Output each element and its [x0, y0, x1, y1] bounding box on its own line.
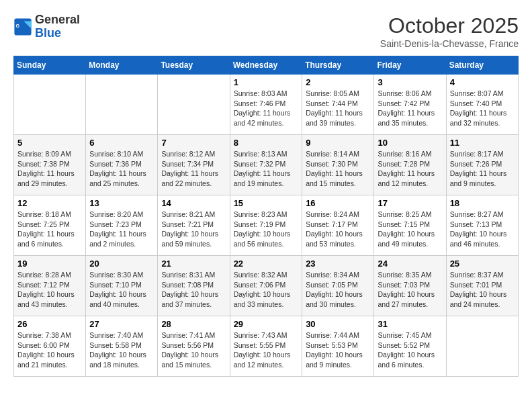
calendar-week-row: 12Sunrise: 8:18 AM Sunset: 7:25 PM Dayli…	[14, 195, 519, 256]
header-thursday: Thursday	[302, 56, 374, 75]
day-number: 3	[378, 77, 442, 87]
calendar-cell: 22Sunrise: 8:32 AM Sunset: 7:06 PM Dayli…	[230, 256, 302, 316]
calendar-cell: 20Sunrise: 8:30 AM Sunset: 7:10 PM Dayli…	[86, 256, 158, 316]
calendar-week-row: 26Sunrise: 7:38 AM Sunset: 6:00 PM Dayli…	[14, 316, 519, 377]
calendar-week-row: 19Sunrise: 8:28 AM Sunset: 7:12 PM Dayli…	[14, 256, 519, 316]
calendar-cell: 15Sunrise: 8:23 AM Sunset: 7:19 PM Dayli…	[230, 195, 302, 256]
day-number: 17	[378, 198, 442, 208]
calendar-cell: 3Sunrise: 8:06 AM Sunset: 7:42 PM Daylig…	[374, 75, 446, 135]
day-info: Sunrise: 8:24 AM Sunset: 7:17 PM Dayligh…	[306, 210, 370, 249]
calendar-cell: 6Sunrise: 8:10 AM Sunset: 7:36 PM Daylig…	[86, 135, 158, 195]
day-number: 26	[17, 319, 82, 329]
calendar-cell: 28Sunrise: 7:41 AM Sunset: 5:56 PM Dayli…	[158, 316, 230, 377]
day-info: Sunrise: 8:21 AM Sunset: 7:21 PM Dayligh…	[161, 210, 226, 249]
day-info: Sunrise: 7:40 AM Sunset: 5:58 PM Dayligh…	[89, 330, 154, 370]
day-info: Sunrise: 8:03 AM Sunset: 7:46 PM Dayligh…	[234, 89, 299, 128]
day-info: Sunrise: 8:23 AM Sunset: 7:19 PM Dayligh…	[234, 210, 299, 249]
day-info: Sunrise: 8:37 AM Sunset: 7:01 PM Dayligh…	[450, 270, 515, 310]
calendar-cell: 19Sunrise: 8:28 AM Sunset: 7:12 PM Dayli…	[14, 256, 86, 316]
calendar-cell: 8Sunrise: 8:13 AM Sunset: 7:32 PM Daylig…	[230, 135, 302, 195]
logo: G General Blue	[13, 13, 80, 40]
day-info: Sunrise: 8:27 AM Sunset: 7:13 PM Dayligh…	[450, 210, 515, 249]
calendar-cell: 17Sunrise: 8:25 AM Sunset: 7:15 PM Dayli…	[374, 195, 446, 256]
day-info: Sunrise: 8:12 AM Sunset: 7:34 PM Dayligh…	[161, 149, 226, 189]
day-info: Sunrise: 8:17 AM Sunset: 7:26 PM Dayligh…	[450, 149, 515, 189]
day-info: Sunrise: 8:20 AM Sunset: 7:23 PM Dayligh…	[89, 210, 154, 249]
calendar-cell	[158, 75, 230, 135]
day-number: 19	[17, 259, 82, 269]
calendar-cell: 4Sunrise: 8:07 AM Sunset: 7:40 PM Daylig…	[446, 75, 518, 135]
day-info: Sunrise: 8:14 AM Sunset: 7:30 PM Dayligh…	[306, 149, 370, 189]
calendar-week-row: 5Sunrise: 8:09 AM Sunset: 7:38 PM Daylig…	[14, 135, 519, 195]
title-area: October 2025 Saint-Denis-la-Chevasse, Fr…	[380, 13, 519, 49]
day-info: Sunrise: 8:34 AM Sunset: 7:05 PM Dayligh…	[306, 270, 370, 310]
weekday-header-row: Sunday Monday Tuesday Wednesday Thursday…	[14, 56, 519, 75]
day-number: 15	[234, 198, 299, 208]
calendar-cell: 10Sunrise: 8:16 AM Sunset: 7:28 PM Dayli…	[374, 135, 446, 195]
day-number: 18	[450, 198, 515, 208]
logo-blue-text: Blue	[35, 27, 80, 40]
header-wednesday: Wednesday	[230, 56, 302, 75]
day-number: 21	[161, 259, 226, 269]
day-number: 8	[234, 138, 299, 148]
day-info: Sunrise: 8:16 AM Sunset: 7:28 PM Dayligh…	[378, 149, 442, 189]
day-number: 20	[89, 259, 154, 269]
day-number: 9	[306, 138, 370, 148]
calendar-cell: 18Sunrise: 8:27 AM Sunset: 7:13 PM Dayli…	[446, 195, 518, 256]
calendar-cell: 31Sunrise: 7:45 AM Sunset: 5:52 PM Dayli…	[374, 316, 446, 377]
day-number: 25	[450, 259, 515, 269]
calendar-cell: 9Sunrise: 8:14 AM Sunset: 7:30 PM Daylig…	[302, 135, 374, 195]
day-number: 24	[378, 259, 442, 269]
day-number: 2	[306, 77, 370, 87]
day-number: 14	[161, 198, 226, 208]
day-info: Sunrise: 8:28 AM Sunset: 7:12 PM Dayligh…	[17, 270, 82, 310]
day-info: Sunrise: 8:10 AM Sunset: 7:36 PM Dayligh…	[89, 149, 154, 189]
calendar-cell: 29Sunrise: 7:43 AM Sunset: 5:55 PM Dayli…	[230, 316, 302, 377]
day-number: 28	[161, 319, 226, 329]
day-number: 12	[17, 198, 82, 208]
svg-text:G: G	[16, 24, 20, 28]
day-number: 31	[378, 319, 442, 329]
calendar-cell: 2Sunrise: 8:05 AM Sunset: 7:44 PM Daylig…	[302, 75, 374, 135]
calendar-cell: 27Sunrise: 7:40 AM Sunset: 5:58 PM Dayli…	[86, 316, 158, 377]
location-title: Saint-Denis-la-Chevasse, France	[380, 38, 519, 49]
day-info: Sunrise: 8:05 AM Sunset: 7:44 PM Dayligh…	[306, 89, 370, 128]
calendar-cell: 16Sunrise: 8:24 AM Sunset: 7:17 PM Dayli…	[302, 195, 374, 256]
day-info: Sunrise: 7:44 AM Sunset: 5:53 PM Dayligh…	[306, 330, 370, 370]
day-info: Sunrise: 7:43 AM Sunset: 5:55 PM Dayligh…	[234, 330, 299, 370]
day-info: Sunrise: 8:09 AM Sunset: 7:38 PM Dayligh…	[17, 149, 82, 189]
calendar-cell: 30Sunrise: 7:44 AM Sunset: 5:53 PM Dayli…	[302, 316, 374, 377]
day-info: Sunrise: 8:13 AM Sunset: 7:32 PM Dayligh…	[234, 149, 299, 189]
day-info: Sunrise: 7:38 AM Sunset: 6:00 PM Dayligh…	[17, 330, 82, 370]
calendar-cell	[14, 75, 86, 135]
calendar-cell: 11Sunrise: 8:17 AM Sunset: 7:26 PM Dayli…	[446, 135, 518, 195]
day-info: Sunrise: 8:32 AM Sunset: 7:06 PM Dayligh…	[234, 270, 299, 310]
calendar-cell	[446, 316, 518, 377]
day-info: Sunrise: 8:18 AM Sunset: 7:25 PM Dayligh…	[17, 210, 82, 249]
day-number: 1	[234, 77, 299, 87]
month-title: October 2025	[380, 13, 519, 38]
calendar-cell: 26Sunrise: 7:38 AM Sunset: 6:00 PM Dayli…	[14, 316, 86, 377]
calendar-cell: 25Sunrise: 8:37 AM Sunset: 7:01 PM Dayli…	[446, 256, 518, 316]
calendar-cell: 21Sunrise: 8:31 AM Sunset: 7:08 PM Dayli…	[158, 256, 230, 316]
header-saturday: Saturday	[446, 56, 518, 75]
day-number: 11	[450, 138, 515, 148]
day-number: 23	[306, 259, 370, 269]
calendar-cell	[86, 75, 158, 135]
day-info: Sunrise: 7:45 AM Sunset: 5:52 PM Dayligh…	[378, 330, 442, 370]
day-number: 7	[161, 138, 226, 148]
calendar-cell: 23Sunrise: 8:34 AM Sunset: 7:05 PM Dayli…	[302, 256, 374, 316]
day-info: Sunrise: 8:30 AM Sunset: 7:10 PM Dayligh…	[89, 270, 154, 310]
calendar-week-row: 1Sunrise: 8:03 AM Sunset: 7:46 PM Daylig…	[14, 75, 519, 135]
day-number: 13	[89, 198, 154, 208]
day-info: Sunrise: 8:06 AM Sunset: 7:42 PM Dayligh…	[378, 89, 442, 128]
calendar-cell: 12Sunrise: 8:18 AM Sunset: 7:25 PM Dayli…	[14, 195, 86, 256]
day-number: 4	[450, 77, 515, 87]
day-number: 16	[306, 198, 370, 208]
day-info: Sunrise: 7:41 AM Sunset: 5:56 PM Dayligh…	[161, 330, 226, 370]
day-number: 10	[378, 138, 442, 148]
header-friday: Friday	[374, 56, 446, 75]
calendar-cell: 1Sunrise: 8:03 AM Sunset: 7:46 PM Daylig…	[230, 75, 302, 135]
calendar-cell: 14Sunrise: 8:21 AM Sunset: 7:21 PM Dayli…	[158, 195, 230, 256]
day-number: 5	[17, 138, 82, 148]
